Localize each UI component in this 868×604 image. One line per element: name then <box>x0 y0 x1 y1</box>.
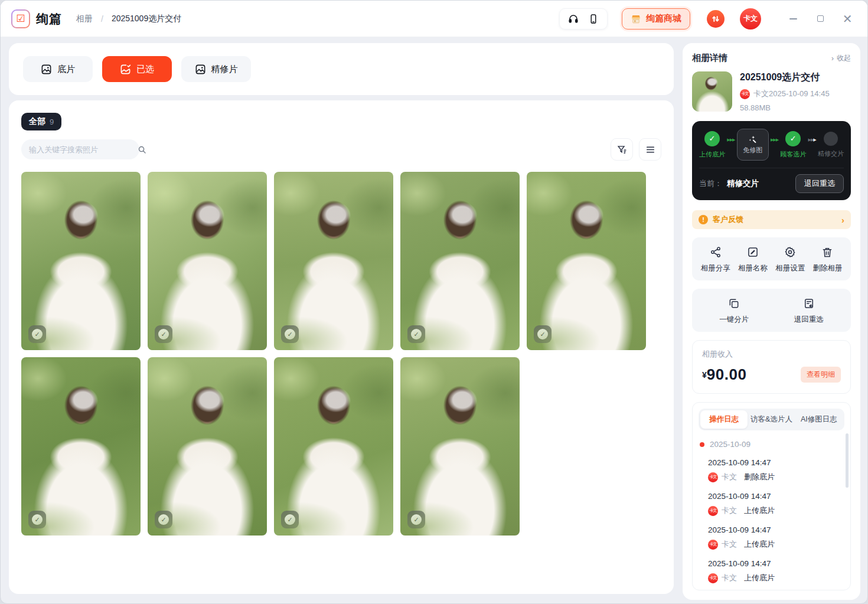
step-arrow-icon: ▶▶▶ <box>771 138 778 152</box>
log-user-avatar: 卡文 <box>708 540 718 550</box>
return-reselect-tool-button[interactable]: 退回重选 <box>772 298 847 325</box>
brand-name: 绚篇 <box>36 11 62 27</box>
workflow-progress-card: ✓ 上传底片 ▶▶▶ 免修图 ▶▶▶ ✓ 顾客选片 <box>692 121 851 200</box>
search-box <box>21 139 139 159</box>
log-user-avatar: 卡文 <box>708 506 718 516</box>
tab-retouched[interactable]: 精修片 <box>181 56 251 82</box>
return-reselect-button[interactable]: 退回重选 <box>795 174 844 193</box>
one-click-split-button[interactable]: 一键分片 <box>697 298 772 325</box>
current-stage-label: 当前： <box>699 178 722 189</box>
tab-originals[interactable]: 底片 <box>23 56 93 82</box>
tab-selected-label: 已选 <box>136 64 154 75</box>
photo-thumbnail[interactable]: ✓ <box>400 172 520 350</box>
log-scrollbar[interactable] <box>846 433 849 488</box>
view-tabs-card: 底片 已选 精修片 <box>9 43 674 95</box>
collapse-panel-button[interactable]: › 收起 <box>831 53 851 63</box>
tab-retouched-label: 精修片 <box>211 64 238 75</box>
mobile-phone-icon[interactable] <box>588 14 599 24</box>
current-stage-value: 精修交片 <box>727 178 759 189</box>
log-tabbar: 操作日志 访客&选片人 AI修图日志 <box>699 409 844 430</box>
tab-ai-retouch-log[interactable]: AI修图日志 <box>795 410 843 429</box>
breadcrumb-current: 20251009选片交付 <box>112 14 181 24</box>
log-user-avatar: 卡文 <box>708 573 718 583</box>
search-icon[interactable] <box>138 145 146 154</box>
log-entry: 2025-10-09 14:47 卡文 卡文 上传底片 <box>708 559 844 583</box>
filter-all-chip[interactable]: 全部 9 <box>21 113 61 130</box>
headset-icon[interactable] <box>568 14 579 24</box>
gallery-card: 全部 9 <box>9 100 674 594</box>
timeline-dot-icon <box>700 442 704 447</box>
close-button[interactable]: ✕ <box>843 14 852 24</box>
step-customer-selection: ✓ 顾客选片 <box>780 131 806 159</box>
quick-icons-pill <box>559 8 608 30</box>
view-details-button[interactable]: 查看明细 <box>801 367 841 383</box>
tab-originals-label: 底片 <box>57 64 75 75</box>
content-area: 底片 已选 精修片 全部 9 <box>1 37 867 604</box>
transfer-icon[interactable] <box>707 10 725 28</box>
photo-thumbnail[interactable]: ✓ <box>21 357 141 536</box>
album-settings-button[interactable]: 相册设置 <box>772 246 809 273</box>
search-input[interactable] <box>29 145 133 154</box>
album-size: 58.88MB <box>740 103 830 112</box>
photo-selected-badge[interactable]: ✓ <box>28 325 46 343</box>
panel-title: 相册详情 <box>692 53 727 64</box>
album-income-card: 相册收入 ¥ 90.00 查看明细 <box>692 340 851 394</box>
photo-thumbnail[interactable]: ✓ <box>527 172 646 350</box>
step-arrow-icon: ▶▶▶ <box>727 138 735 152</box>
user-avatar[interactable]: 卡文 <box>740 8 761 30</box>
photo-thumbnail[interactable]: ✓ <box>21 172 141 350</box>
image-check-icon <box>120 64 131 75</box>
store-button-label: 绚篇商城 <box>646 13 681 24</box>
chevron-right-icon: › <box>841 215 844 225</box>
photo-thumbnail[interactable]: ✓ <box>274 172 393 350</box>
rename-album-button[interactable]: 相册名称 <box>734 246 771 273</box>
minimize-button[interactable] <box>788 14 798 24</box>
collapse-label: 收起 <box>837 53 851 63</box>
customer-feedback-banner[interactable]: ! 客户反馈 › <box>692 210 851 229</box>
store-button[interactable]: 绚篇商城 <box>622 8 690 30</box>
funnel-icon <box>617 145 627 155</box>
list-view-button[interactable] <box>639 138 661 161</box>
log-entry: 2025-10-09 14:47 卡文 卡文 上传底片 <box>708 492 844 516</box>
pending-circle-icon <box>824 132 838 146</box>
step-retouch-delivery: 精修交片 <box>818 132 844 158</box>
tab-selected[interactable]: 已选 <box>102 56 172 82</box>
share-album-button[interactable]: 相册分享 <box>697 246 734 273</box>
photo-selected-badge[interactable]: ✓ <box>28 511 46 528</box>
photo-thumbnail[interactable]: ✓ <box>148 172 267 350</box>
photo-selected-badge[interactable]: ✓ <box>407 325 425 343</box>
photo-selected-badge[interactable]: ✓ <box>534 325 552 343</box>
brand-logo[interactable]: ☑ 绚篇 <box>11 9 62 28</box>
album-cover-thumbnail[interactable] <box>692 71 732 112</box>
photo-selected-badge[interactable]: ✓ <box>407 511 425 528</box>
income-amount: 90.00 <box>707 365 747 384</box>
photo-thumbnail[interactable]: ✓ <box>400 357 520 536</box>
breadcrumb-separator: / <box>101 14 103 24</box>
photo-thumbnail[interactable]: ✓ <box>274 357 393 536</box>
photo-selected-badge[interactable]: ✓ <box>281 511 299 528</box>
chevron-right-icon: › <box>831 54 834 63</box>
photo-selected-badge[interactable]: ✓ <box>281 325 299 343</box>
delete-album-button[interactable]: 删除相册 <box>809 246 846 273</box>
album-owner-time: 卡文2025-10-09 14:45 <box>753 89 830 99</box>
topbar: ☑ 绚篇 相册 / 20251009选片交付 绚篇商城 <box>1 1 867 37</box>
photo-selected-badge[interactable]: ✓ <box>155 511 172 528</box>
filter-button[interactable] <box>611 138 633 161</box>
photo-thumbnail[interactable]: ✓ <box>148 357 267 536</box>
image-icon <box>195 64 206 75</box>
tab-visitors-selectors[interactable]: 访客&选片人 <box>748 410 795 429</box>
filter-all-count: 9 <box>50 117 54 126</box>
step-free-retouch[interactable]: 免修图 <box>737 129 769 161</box>
check-circle-icon: ✓ <box>785 131 801 146</box>
tab-operation-log[interactable]: 操作日志 <box>700 410 748 429</box>
album-details-panel: 相册详情 › 收起 20251009选片交付 卡文 卡文2025-10-09 1… <box>683 43 860 600</box>
log-entry: 2025-10-09 14:47 卡文 卡文 上传底片 <box>708 525 844 550</box>
exclamation-icon: ! <box>699 215 708 224</box>
breadcrumb-albums[interactable]: 相册 <box>76 14 93 24</box>
maximize-button[interactable] <box>815 14 825 24</box>
album-name: 20251009选片交付 <box>740 71 830 84</box>
currency-symbol: ¥ <box>702 370 707 380</box>
photo-selected-badge[interactable]: ✓ <box>155 325 172 343</box>
income-title: 相册收入 <box>702 349 841 360</box>
gear-icon <box>784 246 796 258</box>
